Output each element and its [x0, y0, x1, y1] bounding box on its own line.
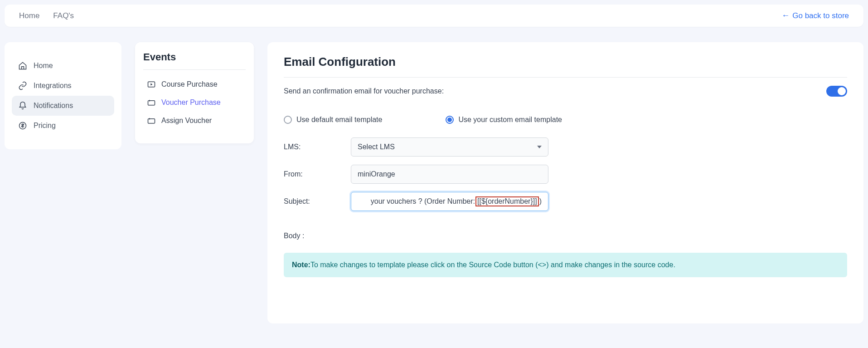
form-rows: LMS: Select LMS From: miniOrange Subject…: [284, 137, 847, 211]
subject-prefix: your vouchers ? (Order Number:: [371, 197, 475, 205]
subject-value: your vouchers ? (Order Number:[[${orderN…: [371, 196, 542, 206]
nav-faqs[interactable]: FAQ's: [53, 11, 74, 20]
subject-suffix: ): [539, 197, 542, 205]
template-radio-row: Use default email template Use your cust…: [284, 105, 847, 137]
svg-rect-2: [148, 101, 155, 105]
events-panel: Events Course Purchase Voucher Purchase …: [135, 42, 254, 143]
sidebar-item-home[interactable]: Home: [12, 56, 114, 76]
from-input[interactable]: miniOrange: [351, 165, 548, 184]
lms-value: Select LMS: [358, 143, 395, 151]
topbar-left: Home FAQ's: [19, 11, 74, 20]
radio-icon: [284, 116, 292, 124]
sidebar: Home Integrations Notifications Pricing: [5, 42, 121, 149]
main-panel: Email Configuration Send an confirmation…: [267, 42, 863, 323]
event-label: Course Purchase: [161, 80, 218, 88]
subject-input[interactable]: your vouchers ? (Order Number:[[${orderN…: [351, 192, 548, 211]
arrow-left-icon: ←: [781, 11, 790, 20]
confirmation-row: Send an confirmation email for voucher p…: [284, 78, 847, 105]
radio-default-template[interactable]: Use default email template: [284, 116, 382, 124]
ticket-icon: [147, 116, 156, 125]
lms-select[interactable]: Select LMS: [351, 137, 548, 157]
subject-token-highlight: [[${orderNumber}]]: [475, 196, 539, 206]
ticket-icon: [147, 98, 156, 107]
radio-label: Use your custom email template: [458, 116, 562, 124]
row-from: From: miniOrange: [284, 165, 847, 184]
dollar-icon: [18, 121, 27, 130]
body-label: Body :: [284, 232, 847, 240]
home-icon: [18, 61, 27, 70]
events-title: Events: [143, 51, 246, 70]
row-lms: LMS: Select LMS: [284, 137, 847, 157]
confirmation-toggle[interactable]: [826, 86, 847, 97]
svg-rect-3: [148, 119, 155, 123]
page-title: Email Configuration: [284, 55, 847, 78]
back-to-store-link[interactable]: ← Go back to store: [781, 11, 849, 20]
sidebar-item-label: Notifications: [34, 102, 73, 110]
link-icon: [18, 81, 27, 90]
from-label: From:: [284, 170, 351, 178]
note-text: To make changes to template please click…: [310, 261, 675, 269]
event-item-course-purchase[interactable]: Course Purchase: [143, 75, 246, 93]
event-label: Voucher Purchase: [161, 98, 221, 107]
sidebar-item-label: Home: [34, 62, 53, 70]
sidebar-item-label: Integrations: [34, 82, 72, 90]
subject-label: Subject:: [284, 197, 351, 206]
sidebar-item-pricing[interactable]: Pricing: [12, 116, 114, 136]
note-box: Note:To make changes to template please …: [284, 253, 847, 277]
row-subject: Subject: your vouchers ? (Order Number:[…: [284, 192, 847, 211]
play-rect-icon: [147, 80, 156, 89]
bell-icon: [18, 101, 27, 110]
topbar: Home FAQ's ← Go back to store: [5, 5, 863, 27]
confirmation-label: Send an confirmation email for voucher p…: [284, 87, 444, 95]
nav-home[interactable]: Home: [19, 11, 39, 20]
from-value: miniOrange: [358, 170, 395, 178]
note-prefix: Note:: [292, 261, 310, 269]
main-layout: Home Integrations Notifications Pricing …: [0, 31, 868, 323]
back-to-store-label: Go back to store: [792, 11, 849, 20]
event-item-voucher-purchase[interactable]: Voucher Purchase: [143, 93, 246, 112]
sidebar-item-label: Pricing: [34, 122, 56, 130]
sidebar-item-integrations[interactable]: Integrations: [12, 76, 114, 96]
lms-label: LMS:: [284, 143, 351, 151]
event-item-assign-voucher[interactable]: Assign Voucher: [143, 112, 246, 130]
radio-custom-template[interactable]: Use your custom email template: [446, 116, 562, 124]
radio-label: Use default email template: [296, 116, 382, 124]
sidebar-item-notifications[interactable]: Notifications: [12, 96, 114, 116]
radio-icon: [446, 116, 454, 124]
event-label: Assign Voucher: [161, 117, 212, 125]
